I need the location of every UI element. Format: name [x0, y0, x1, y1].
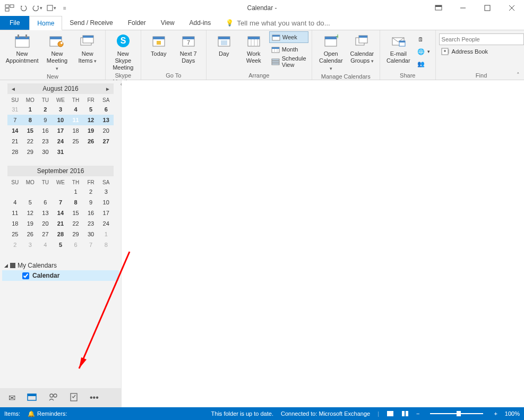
next7days-button[interactable]: 7Next 7 Days — [174, 31, 203, 65]
date-cell[interactable]: 19 — [23, 218, 38, 229]
date-cell[interactable]: 17 — [53, 125, 68, 136]
undo-icon[interactable] — [17, 2, 30, 14]
ribbon-display-options-icon[interactable] — [426, 0, 451, 16]
date-cell[interactable]: 27 — [38, 229, 53, 239]
next-month-icon[interactable]: ► — [103, 83, 113, 94]
new-meeting-button[interactable]: New Meeting — [42, 31, 72, 73]
close-button[interactable] — [500, 0, 524, 16]
date-cell[interactable]: 1 — [98, 229, 114, 239]
date-cell[interactable]: 22 — [23, 136, 38, 147]
tab-addins[interactable]: Add-ins — [182, 16, 219, 30]
tab-folder[interactable]: Folder — [121, 16, 153, 30]
tab-home[interactable]: Home — [29, 16, 62, 30]
tell-me-input[interactable] — [237, 19, 343, 27]
date-cell[interactable]: 5 — [53, 239, 68, 250]
date-cell[interactable]: 13 — [38, 208, 53, 218]
date-cell[interactable] — [83, 147, 99, 157]
date-cell[interactable]: 8 — [68, 197, 83, 208]
date-cell[interactable]: 12 — [23, 208, 38, 218]
people-icon[interactable] — [48, 392, 58, 403]
date-cell[interactable]: 7 — [53, 197, 68, 208]
date-cell[interactable]: 18 — [7, 218, 23, 229]
date-cell[interactable]: 4 — [68, 104, 83, 115]
date-cell[interactable]: 16 — [83, 208, 99, 218]
qat-customize-icon[interactable]: ≡ — [58, 2, 71, 14]
new-appointment-button[interactable]: New Appointment — [3, 31, 41, 65]
date-cell[interactable]: 30 — [38, 147, 53, 157]
date-cell[interactable]: 6 — [68, 239, 83, 250]
date-cell[interactable]: 11 — [68, 115, 83, 125]
open-calendar-button[interactable]: +Open Calendar — [315, 31, 347, 73]
week-button[interactable]: Week — [269, 31, 308, 43]
date-cell[interactable]: 27 — [98, 136, 114, 147]
date-cell[interactable]: 9 — [83, 197, 99, 208]
date-cell[interactable]: 21 — [53, 218, 68, 229]
date-cell[interactable]: 6 — [38, 197, 53, 208]
schedule-view-button[interactable]: Schedule View — [269, 56, 308, 67]
my-calendars-group[interactable]: ◢ My Calendars — [2, 261, 119, 270]
date-cell[interactable]: 28 — [7, 147, 23, 157]
minimize-button[interactable] — [451, 0, 475, 16]
date-cell[interactable]: 4 — [7, 197, 23, 208]
date-cell[interactable]: 20 — [98, 125, 114, 136]
mini-calendar-1[interactable]: SUMOTUWETHFRSA31123456789101112131415161… — [7, 96, 114, 157]
prev-month-icon[interactable]: ◄ — [8, 83, 18, 94]
tasks-icon[interactable] — [70, 392, 78, 404]
date-cell[interactable]: 8 — [98, 239, 114, 250]
date-cell[interactable]: 15 — [68, 208, 83, 218]
email-calendar-button[interactable]: E-mail Calendar — [383, 31, 414, 65]
date-cell[interactable]: 25 — [7, 229, 23, 239]
search-people-input[interactable] — [439, 33, 524, 45]
date-cell[interactable]: 9 — [38, 115, 53, 125]
date-cell[interactable]: 5 — [23, 197, 38, 208]
zoom-in-button[interactable]: + — [494, 410, 497, 417]
workweek-button[interactable]: Work Week — [239, 31, 268, 65]
zoom-level[interactable]: 100% — [505, 410, 520, 417]
date-cell[interactable]: 19 — [83, 125, 99, 136]
date-cell[interactable]: 2 — [7, 239, 23, 250]
date-cell[interactable]: 28 — [53, 229, 68, 239]
date-cell[interactable]: 7 — [83, 239, 99, 250]
new-items-button[interactable]: New Items — [73, 31, 102, 66]
calendar-checkbox[interactable] — [22, 272, 29, 279]
share-cal-button[interactable]: 🗓 — [415, 33, 432, 45]
date-cell[interactable]: 29 — [23, 147, 38, 157]
group-checkbox-icon[interactable] — [10, 263, 15, 268]
date-cell[interactable] — [53, 186, 68, 197]
date-cell[interactable] — [68, 147, 83, 157]
date-cell[interactable]: 14 — [53, 208, 68, 218]
date-cell[interactable]: 10 — [53, 115, 68, 125]
date-cell[interactable]: 13 — [98, 115, 114, 125]
date-cell[interactable] — [38, 186, 53, 197]
date-cell[interactable]: 16 — [38, 125, 53, 136]
date-cell[interactable]: 23 — [83, 218, 99, 229]
tab-view[interactable]: View — [153, 16, 182, 30]
date-cell[interactable]: 29 — [68, 229, 83, 239]
zoom-slider[interactable] — [430, 413, 483, 414]
address-book-button[interactable]: Address Book — [439, 46, 524, 57]
status-reminders[interactable]: 🔔Reminders: — [28, 410, 67, 417]
date-cell[interactable]: 8 — [23, 115, 38, 125]
date-cell[interactable]: 2 — [38, 104, 53, 115]
calendar-groups-button[interactable]: Calendar Groups — [348, 31, 376, 66]
date-cell[interactable]: 17 — [98, 208, 114, 218]
date-cell[interactable]: 6 — [98, 104, 114, 115]
month-button[interactable]: Month — [269, 44, 308, 55]
redo-icon[interactable] — [31, 2, 44, 14]
date-cell[interactable] — [23, 186, 38, 197]
date-cell[interactable]: 26 — [23, 229, 38, 239]
tab-send-receive[interactable]: Send / Receive — [62, 16, 120, 30]
date-cell[interactable]: 2 — [83, 186, 99, 197]
date-cell[interactable]: 30 — [83, 229, 99, 239]
date-cell[interactable]: 7 — [7, 115, 23, 125]
date-cell[interactable]: 18 — [68, 125, 83, 136]
date-cell[interactable] — [98, 147, 114, 157]
date-cell[interactable]: 1 — [68, 186, 83, 197]
today-button[interactable]: Today — [144, 31, 173, 58]
date-cell[interactable]: 3 — [23, 239, 38, 250]
date-cell[interactable]: 14 — [7, 125, 23, 136]
date-cell[interactable]: 1 — [23, 104, 38, 115]
date-cell[interactable]: 24 — [53, 136, 68, 147]
day-button[interactable]: Day — [210, 31, 238, 58]
qat-item-icon[interactable] — [45, 2, 57, 14]
